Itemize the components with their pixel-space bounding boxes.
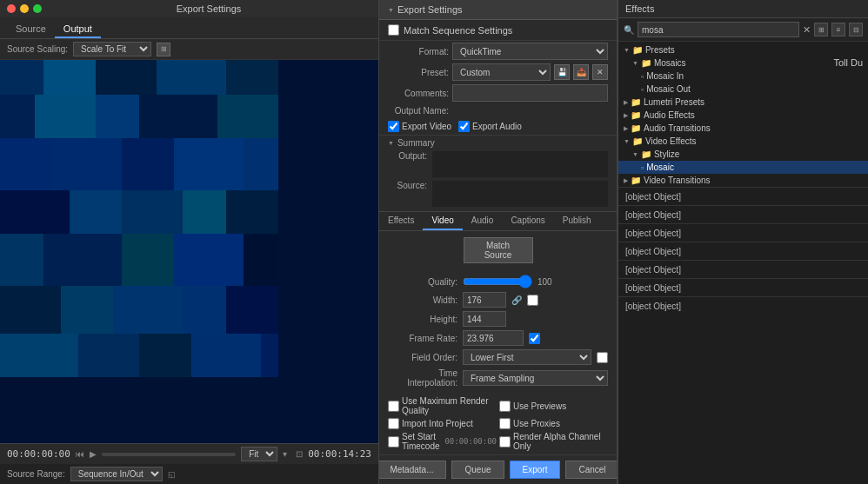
search-clear-icon[interactable]: ✕ bbox=[803, 24, 811, 36]
match-source-button[interactable]: Match Source bbox=[464, 237, 533, 263]
presets-folder[interactable]: ▼ 📁 Presets bbox=[618, 43, 868, 56]
field-order-select[interactable]: Lower First bbox=[463, 349, 591, 365]
search-btn-1[interactable]: ⊞ bbox=[814, 23, 828, 36]
audio-transitions-folder[interactable]: ▶ 📁 Audio Transitions bbox=[618, 122, 868, 135]
maximize-button[interactable] bbox=[33, 4, 42, 13]
quality-slider[interactable] bbox=[463, 275, 532, 288]
audio-effects-label: Audio Effects bbox=[644, 110, 695, 120]
metadata-button[interactable]: Metadata... bbox=[378, 461, 446, 479]
mosaic-item[interactable]: ▫ Mosaic bbox=[618, 161, 868, 174]
max-render-quality-checkbox[interactable] bbox=[388, 401, 399, 412]
source-scaling-label: Source Scaling: bbox=[7, 44, 68, 54]
minimize-button[interactable] bbox=[20, 4, 29, 13]
timeline-bar[interactable] bbox=[102, 453, 236, 456]
mosaics-expand-icon: ▼ bbox=[632, 60, 638, 66]
height-input[interactable] bbox=[463, 311, 506, 327]
width-input[interactable] bbox=[463, 292, 506, 308]
source-range-select[interactable]: Sequence In/Out bbox=[70, 467, 163, 481]
summary-collapse-icon[interactable]: ▼ bbox=[388, 140, 394, 146]
svg-rect-18 bbox=[122, 190, 183, 234]
export-audio-text: Export Audio bbox=[472, 122, 522, 131]
format-select[interactable]: QuickTime bbox=[452, 43, 608, 60]
timecode-start: 00:00:00:00 bbox=[7, 448, 70, 460]
use-proxies-checkbox[interactable] bbox=[499, 418, 511, 429]
audio-effects-folder[interactable]: ▶ 📁 Audio Effects bbox=[618, 109, 868, 122]
collapse-icon[interactable]: ▼ bbox=[388, 7, 394, 13]
frame-rate-input[interactable] bbox=[463, 330, 524, 346]
link-icon[interactable]: 🔗 bbox=[511, 295, 522, 305]
lumetri-color-section[interactable]: [object Object] bbox=[618, 296, 868, 315]
search-btn-2[interactable]: ≡ bbox=[831, 23, 845, 36]
use-previews-checkbox[interactable] bbox=[499, 401, 511, 412]
info-section[interactable]: [object Object] bbox=[618, 278, 868, 296]
quality-row: Quality: 100 bbox=[388, 273, 608, 290]
set-start-timecode-checkbox[interactable] bbox=[388, 436, 399, 448]
essential-sound-label: [object Object] bbox=[625, 210, 681, 220]
export-settings-header: ▼ Export Settings bbox=[379, 0, 617, 20]
height-row: Height: bbox=[388, 309, 608, 328]
svg-rect-21 bbox=[0, 234, 43, 286]
stylize-folder[interactable]: ▼ 📁 Stylize bbox=[618, 148, 868, 161]
source-range-icon[interactable]: ◱ bbox=[168, 470, 176, 479]
video-transitions-folder[interactable]: ▶ 📁 Video Transitions bbox=[618, 174, 868, 187]
tab-video[interactable]: Video bbox=[423, 212, 462, 230]
scaling-icon[interactable]: ⊞ bbox=[157, 43, 170, 56]
mark-icon[interactable]: ⊡ bbox=[296, 449, 303, 459]
match-sequence-checkbox[interactable] bbox=[388, 24, 399, 36]
tab-audio[interactable]: Audio bbox=[463, 212, 503, 230]
time-interpolation-select[interactable]: Frame Sampling bbox=[463, 370, 608, 386]
essential-sound-section[interactable]: [object Object] bbox=[618, 205, 868, 223]
libraries-section[interactable]: [object Object] bbox=[618, 223, 868, 242]
export-button[interactable]: Export bbox=[510, 461, 561, 479]
tab-captions[interactable]: Captions bbox=[502, 212, 553, 230]
width-checkbox[interactable] bbox=[527, 295, 538, 306]
import-project-checkbox[interactable] bbox=[388, 418, 399, 429]
tab-effects[interactable]: Effects bbox=[379, 212, 423, 230]
fit-select[interactable]: Fit bbox=[241, 447, 277, 461]
mosaic-in-item[interactable]: ▫ Mosaic In bbox=[618, 70, 868, 83]
history-section[interactable]: [object Object] bbox=[618, 260, 868, 278]
svg-rect-17 bbox=[70, 190, 122, 234]
source-output-tabs: Source Output bbox=[0, 17, 378, 39]
search-btn-3[interactable]: ⊟ bbox=[849, 23, 863, 36]
video-effects-folder[interactable]: ▼ 📁 Video Effects bbox=[618, 135, 868, 148]
lum-expand-icon: ▶ bbox=[624, 99, 628, 106]
render-alpha-checkbox[interactable] bbox=[499, 436, 511, 448]
cancel-button[interactable]: Cancel bbox=[565, 461, 618, 479]
frame-rate-checkbox[interactable] bbox=[529, 333, 540, 344]
mosaic-out-item[interactable]: ▫ Mosaic Out bbox=[618, 83, 868, 96]
svg-rect-33 bbox=[139, 334, 191, 377]
field-order-checkbox[interactable] bbox=[597, 352, 608, 363]
preset-import-icon[interactable]: 📥 bbox=[573, 64, 589, 80]
tab-output[interactable]: Output bbox=[55, 21, 101, 38]
preset-select[interactable]: Custom bbox=[452, 63, 551, 81]
preset-save-icon[interactable]: 💾 bbox=[554, 64, 570, 80]
essential-graphics-section[interactable]: [object Object] bbox=[618, 187, 868, 205]
comments-input[interactable] bbox=[452, 84, 608, 102]
svg-rect-15 bbox=[244, 138, 278, 190]
close-button[interactable] bbox=[7, 4, 16, 13]
time-interpolation-label: Time Interpolation: bbox=[388, 368, 457, 388]
summary-section: ▼ Summary Output: Source: bbox=[379, 135, 617, 211]
effects-search-input[interactable] bbox=[638, 22, 799, 37]
source-scaling-select[interactable]: Scale To Fit bbox=[73, 42, 151, 56]
lumetri-presets-folder[interactable]: ▶ 📁 Lumetri Presets bbox=[618, 96, 868, 109]
frame-rate-row: Frame Rate: bbox=[388, 328, 608, 348]
export-audio-checkbox[interactable] bbox=[458, 121, 470, 132]
action-buttons: Metadata... Queue Export Cancel bbox=[379, 454, 617, 484]
markers-section[interactable]: [object Object] bbox=[618, 242, 868, 260]
queue-button[interactable]: Queue bbox=[451, 461, 504, 479]
tab-publish[interactable]: Publish bbox=[554, 212, 600, 230]
tab-source[interactable]: Source bbox=[7, 21, 55, 38]
presets-folder-icon: 📁 bbox=[632, 45, 643, 55]
play-icon[interactable]: ▶ bbox=[90, 449, 97, 459]
preset-delete-icon[interactable]: ✕ bbox=[592, 64, 608, 80]
quality-label: Quality: bbox=[388, 277, 457, 287]
mosaic-file-icon: ▫ bbox=[641, 163, 644, 172]
go-start-icon[interactable]: ⏮ bbox=[76, 449, 84, 459]
lumetri-color-label: [object Object] bbox=[625, 302, 681, 311]
export-video-checkbox[interactable] bbox=[388, 121, 399, 132]
dropdown-icon[interactable]: ▾ bbox=[283, 449, 287, 459]
svg-rect-35 bbox=[261, 334, 278, 377]
field-order-label: Field Order: bbox=[388, 353, 457, 362]
